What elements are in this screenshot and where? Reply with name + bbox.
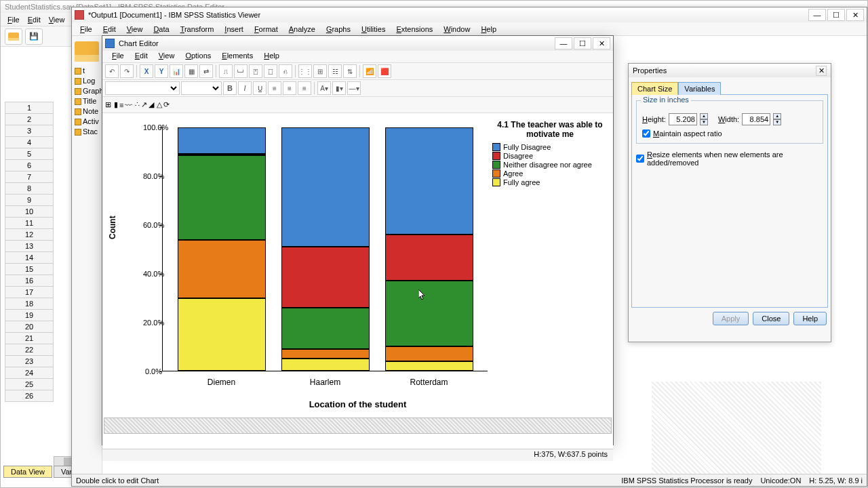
row-header[interactable]: 9 xyxy=(5,194,54,206)
chart1-icon[interactable]: ⎍ xyxy=(219,64,233,78)
legend-item[interactable]: Agree xyxy=(492,169,608,178)
row-header[interactable]: 5 xyxy=(5,148,54,160)
menu-data[interactable]: Data xyxy=(148,24,174,35)
close-icon[interactable]: ✕ xyxy=(846,9,864,21)
segment[interactable] xyxy=(281,349,370,359)
row-header[interactable]: 10 xyxy=(5,205,54,218)
menu-edit[interactable]: Edit xyxy=(24,14,45,25)
sort-icon[interactable]: ⇅ xyxy=(343,64,357,78)
apply-button[interactable]: Apply xyxy=(713,312,749,325)
tool-fit-icon[interactable]: ↗ xyxy=(141,100,147,109)
tab-chart-size[interactable]: Chart Size xyxy=(631,82,678,95)
minimize-icon[interactable]: — xyxy=(555,37,572,49)
segment[interactable] xyxy=(385,281,473,346)
row-header[interactable]: 17 xyxy=(5,286,54,298)
chart5-icon[interactable]: ⎌ xyxy=(279,64,292,78)
menu-format[interactable]: Format xyxy=(249,24,283,35)
segment[interactable] xyxy=(281,247,370,308)
align-right-icon[interactable]: ≡ xyxy=(298,81,311,95)
row-header[interactable]: 20 xyxy=(5,321,54,333)
align-center-icon[interactable]: ≡ xyxy=(283,81,296,95)
tool-scatter-icon[interactable]: ∴ xyxy=(135,100,140,109)
row-header[interactable]: 11 xyxy=(5,217,54,229)
help-button[interactable]: Help xyxy=(793,312,827,325)
menu-view[interactable]: View xyxy=(121,24,149,35)
resize-elements-checkbox[interactable]: Resize elements when new elements are ad… xyxy=(636,150,823,167)
tool-area-icon[interactable]: ◢ xyxy=(149,100,154,109)
row-header[interactable]: 24 xyxy=(5,367,54,379)
menu-view[interactable]: View xyxy=(45,14,69,25)
menu-edit[interactable]: Edit xyxy=(130,51,153,62)
maintain-aspect-checkbox[interactable]: Maintain aspect ratio xyxy=(642,129,817,138)
fillcolor-icon[interactable]: ▮▾ xyxy=(332,81,346,95)
xy-icon[interactable]: X xyxy=(140,64,153,78)
close-button[interactable]: Close xyxy=(753,312,789,325)
row-header[interactable]: 18 xyxy=(5,298,54,310)
italic-icon[interactable]: I xyxy=(238,81,252,95)
legend-item[interactable]: Fully agree xyxy=(492,178,608,186)
segment[interactable] xyxy=(281,359,370,371)
legend-item[interactable]: Disagree xyxy=(492,152,608,160)
maximize-icon[interactable]: ☐ xyxy=(827,9,845,21)
row-header[interactable]: 1 xyxy=(5,102,54,114)
segment[interactable] xyxy=(178,127,266,154)
menu-help[interactable]: Help xyxy=(258,51,285,62)
font-select[interactable] xyxy=(105,81,180,95)
textcolor-icon[interactable]: A▾ xyxy=(317,81,331,95)
menu-window[interactable]: Window xyxy=(438,24,475,35)
height-input[interactable] xyxy=(669,113,697,125)
row-header[interactable]: 22 xyxy=(5,344,54,356)
tree-item[interactable]: Activ xyxy=(72,117,102,127)
label-icon[interactable]: 📊 xyxy=(170,64,183,78)
width-spinner[interactable]: ▲▼ xyxy=(773,113,781,125)
y-icon[interactable]: Y xyxy=(155,64,168,78)
segment[interactable] xyxy=(385,361,473,371)
row-header[interactable]: 6 xyxy=(5,159,54,171)
row-header[interactable]: 3 xyxy=(5,125,54,137)
legend-item[interactable]: Fully Disagree xyxy=(492,143,608,151)
segment[interactable] xyxy=(385,127,473,235)
stack-icon[interactable]: ☷ xyxy=(328,64,342,78)
underline-icon[interactable]: U̲ xyxy=(253,81,267,95)
bin-icon[interactable]: ⋮⋮ xyxy=(298,64,312,78)
chart2-icon[interactable]: ⏘ xyxy=(234,64,248,78)
menu-file[interactable]: File xyxy=(3,14,24,25)
segment[interactable] xyxy=(178,298,266,371)
grid-icon[interactable]: ▦ xyxy=(184,64,198,78)
grid2-icon[interactable]: ⊞ xyxy=(313,64,327,78)
tree-item[interactable]: Title xyxy=(72,96,102,106)
row-header[interactable]: 4 xyxy=(5,136,54,148)
resize-elements-input[interactable] xyxy=(636,155,644,163)
bar-icon[interactable]: 📶 xyxy=(363,64,376,78)
segment[interactable] xyxy=(385,235,473,281)
stacked-icon[interactable]: 🟥 xyxy=(378,64,391,78)
menu-file[interactable]: File xyxy=(75,24,98,35)
folder-icon[interactable] xyxy=(75,41,99,62)
row-header[interactable]: 26 xyxy=(5,390,54,402)
align-left-icon[interactable]: ≡ xyxy=(268,81,281,95)
segment[interactable] xyxy=(281,127,370,247)
tool-line-icon[interactable]: 〰 xyxy=(125,101,132,109)
menu-view[interactable]: View xyxy=(153,51,180,62)
transpose-icon[interactable]: ⇄ xyxy=(199,64,213,78)
tool-edit-icon[interactable]: ⊞ xyxy=(105,100,111,109)
bar-rotterdam[interactable]: Rotterdam xyxy=(385,127,473,371)
row-header[interactable]: 8 xyxy=(5,182,54,195)
menu-utilities[interactable]: Utilities xyxy=(356,24,391,35)
bar-diemen[interactable]: Diemen xyxy=(178,127,266,371)
menu-extensions[interactable]: Extensions xyxy=(391,24,438,35)
segment[interactable] xyxy=(178,240,266,298)
row-header[interactable]: 7 xyxy=(5,171,54,183)
menu-transform[interactable]: Transform xyxy=(175,24,220,35)
close-icon[interactable]: ✕ xyxy=(593,37,610,49)
chart-canvas[interactable]: Count 0.0%20.0%40.0%60.0%80.0%100.0% Die… xyxy=(102,113,613,449)
chart3-icon[interactable]: ⍞ xyxy=(249,64,262,78)
menu-file[interactable]: File xyxy=(106,51,130,62)
tree-item[interactable]: Note xyxy=(72,106,102,117)
menu-insert[interactable]: Insert xyxy=(219,24,249,35)
size-select[interactable] xyxy=(181,81,222,95)
row-header[interactable]: 13 xyxy=(5,240,54,252)
menu-analyze[interactable]: Analyze xyxy=(283,24,321,35)
tree-item[interactable]: Log xyxy=(72,76,102,86)
save-icon[interactable]: 💾 xyxy=(25,28,43,45)
